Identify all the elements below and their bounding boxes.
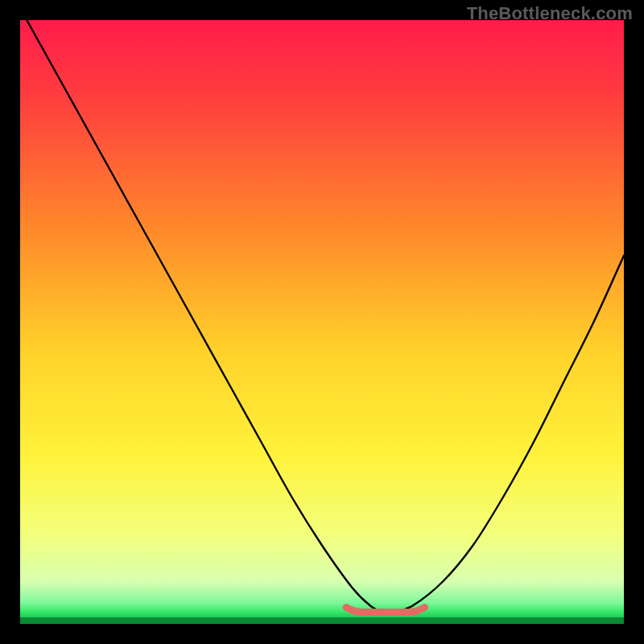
bottleneck-chart — [20, 20, 624, 624]
chart-frame: TheBottleneck.com — [0, 0, 644, 644]
bottom-stripe — [20, 617, 624, 624]
gradient-background — [20, 20, 624, 624]
plot-area — [20, 20, 624, 624]
watermark-text: TheBottleneck.com — [467, 3, 633, 24]
